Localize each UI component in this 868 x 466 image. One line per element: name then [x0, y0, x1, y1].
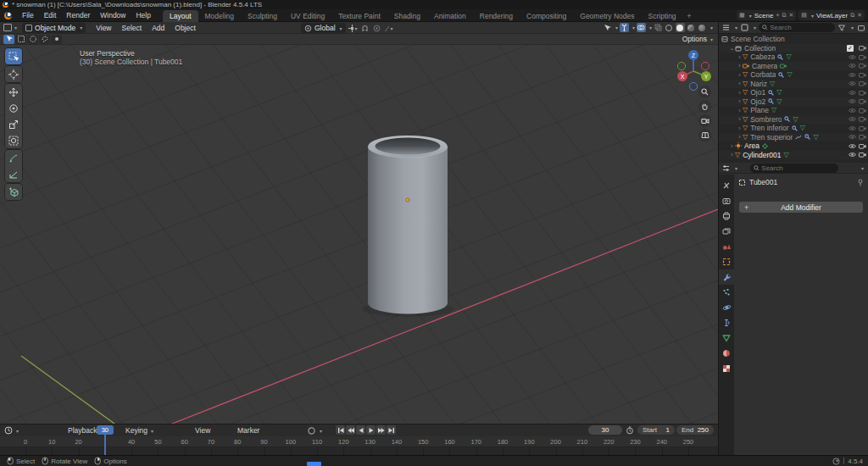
- pin-icon[interactable]: ⌖: [776, 12, 779, 19]
- tool-rotate[interactable]: [5, 100, 22, 116]
- workspace-tab-geometry-nodes[interactable]: Geometry Nodes: [573, 10, 641, 22]
- workspace-tab-compositing[interactable]: Compositing: [520, 10, 573, 22]
- keying-menu[interactable]: Keying▾: [125, 426, 153, 435]
- workspace-tab-sculpting[interactable]: Sculpting: [241, 10, 284, 22]
- frame-end-field[interactable]: End250: [676, 425, 714, 435]
- workspace-tab-texture-paint[interactable]: Texture Paint: [331, 10, 387, 22]
- snap-magnet-icon[interactable]: [360, 24, 370, 33]
- outliner-row-tren-superior[interactable]: ›▽Tren superior▽: [719, 133, 868, 142]
- outliner-row-ojo2[interactable]: ›▽Ojo2▽: [719, 97, 868, 107]
- outliner-search-input[interactable]: [770, 24, 832, 31]
- gizmo-axis-neg-x[interactable]: [701, 62, 709, 69]
- viewport-3d[interactable]: User Perspective (30) Scene Collection |…: [0, 45, 718, 424]
- expand-caret[interactable]: ›: [737, 54, 743, 60]
- properties-options-caret[interactable]: ▾: [861, 165, 864, 171]
- tab-material[interactable]: [719, 346, 734, 361]
- perspective-toggle-icon[interactable]: [698, 129, 711, 141]
- timeline-ruler[interactable]: 0102040506070809010011012013014015016017…: [0, 436, 718, 447]
- tool-transform[interactable]: [5, 132, 22, 148]
- outliner-row-ojo1[interactable]: ›▽Ojo1▽: [719, 88, 868, 97]
- next-keyframe-button[interactable]: [376, 425, 386, 435]
- timeline-editor-type-button[interactable]: ▾: [4, 426, 19, 435]
- view-menu[interactable]: View: [195, 426, 210, 435]
- tool-select-box[interactable]: [5, 48, 22, 64]
- expand-caret[interactable]: ⌄: [729, 45, 735, 52]
- blender-menu-icon[interactable]: [4, 12, 12, 19]
- gizmo-axis-neg-z[interactable]: [689, 82, 697, 90]
- expand-caret[interactable]: ›: [737, 72, 743, 78]
- proportional-edit-icon[interactable]: [372, 24, 381, 33]
- viewport-menu-view[interactable]: View: [91, 24, 116, 32]
- tool-move[interactable]: [5, 84, 22, 100]
- editor-type-button[interactable]: ▾: [3, 24, 17, 31]
- select-box-button[interactable]: [15, 35, 26, 44]
- outliner-display-mode-button[interactable]: [740, 23, 749, 32]
- use-preview-range-toggle[interactable]: [626, 426, 634, 435]
- expand-caret[interactable]: ›: [737, 125, 743, 131]
- current-frame-field[interactable]: 30: [588, 425, 622, 435]
- select-lasso-button[interactable]: [39, 35, 50, 44]
- add-workspace-button[interactable]: +: [683, 10, 696, 22]
- playhead-line[interactable]: [104, 435, 106, 456]
- properties-search[interactable]: [750, 164, 838, 173]
- tab-tool[interactable]: [719, 178, 734, 193]
- outliner-row-collection[interactable]: ⌄Collection✓: [719, 44, 868, 53]
- new-collection-icon[interactable]: [856, 23, 865, 32]
- viewport-menu-select[interactable]: Select: [117, 24, 147, 32]
- tool-scale[interactable]: [5, 116, 22, 132]
- menu-render[interactable]: Render: [61, 11, 95, 19]
- tab-render[interactable]: [719, 193, 734, 208]
- add-modifier-button[interactable]: + Add Modifier: [739, 202, 863, 213]
- properties-search-input[interactable]: [761, 164, 835, 172]
- expand-caret[interactable]: ›: [737, 98, 743, 104]
- expand-caret[interactable]: ›: [737, 134, 743, 140]
- mode-dropdown[interactable]: Object Mode▾: [22, 23, 86, 33]
- workspace-tab-modeling[interactable]: Modeling: [198, 10, 242, 22]
- shading-material-button[interactable]: [687, 23, 696, 32]
- jump-to-end-button[interactable]: [387, 425, 396, 435]
- filter-icon[interactable]: [837, 23, 847, 32]
- falloff-dropdown[interactable]: ▾: [384, 24, 393, 33]
- new-viewlayer-icon[interactable]: ⧉: [850, 12, 854, 19]
- panel-divider[interactable]: [718, 22, 719, 455]
- prev-keyframe-button[interactable]: [346, 425, 355, 435]
- expand-caret[interactable]: ›: [729, 143, 735, 149]
- menu-file[interactable]: File: [17, 11, 39, 19]
- tab-modifiers[interactable]: [719, 269, 734, 285]
- tab-object[interactable]: [719, 254, 734, 269]
- outliner-row-plane[interactable]: ›▽Plane▽: [719, 106, 868, 115]
- shading-wireframe-button[interactable]: [665, 23, 674, 32]
- xray-toggle[interactable]: [654, 23, 663, 32]
- expand-caret[interactable]: ›: [729, 152, 735, 158]
- workspace-tab-uv-editing[interactable]: UV Editing: [284, 10, 331, 22]
- object-visibility-dropdown[interactable]: [603, 23, 612, 32]
- transform-orientation-dropdown[interactable]: Global▾: [301, 23, 346, 33]
- outliner-editor-type-button[interactable]: [721, 23, 731, 32]
- auto-keying-toggle[interactable]: ▾: [307, 426, 322, 435]
- expand-caret[interactable]: ›: [737, 63, 743, 69]
- outliner-row-cabeza[interactable]: ›▽Cabeza▽: [719, 53, 868, 62]
- viewport-menu-object[interactable]: Object: [170, 24, 201, 32]
- shading-solid-button[interactable]: [676, 23, 685, 32]
- options-dropdown[interactable]: Options▾: [682, 35, 713, 43]
- shading-rendered-button[interactable]: [698, 23, 707, 32]
- active-object-name[interactable]: Tube001: [749, 178, 777, 186]
- workspace-tab-animation[interactable]: Animation: [427, 10, 473, 22]
- cylinder-object[interactable]: [0, 45, 718, 424]
- workspace-tab-layout[interactable]: Layout: [163, 10, 198, 22]
- tool-measure[interactable]: [5, 166, 22, 182]
- pin-icon[interactable]: [857, 179, 864, 186]
- zoom-view-icon[interactable]: [698, 86, 711, 98]
- viewport-menu-add[interactable]: Add: [147, 24, 170, 32]
- tab-output[interactable]: [719, 208, 734, 224]
- snap-target-dropdown[interactable]: ▾: [348, 24, 358, 33]
- outliner-row-tren-inferior[interactable]: ›▽Tren inferior▽: [719, 124, 868, 133]
- properties-editor-type-button[interactable]: [721, 164, 731, 173]
- scene-selector[interactable]: ▦▾ Scene ⌖ ⧉ ✕: [737, 10, 796, 20]
- outliner-row-camera[interactable]: ›Camera: [719, 62, 868, 71]
- tool-add-primitive[interactable]: [5, 184, 22, 200]
- expand-caret[interactable]: ›: [737, 90, 743, 96]
- menu-edit[interactable]: Edit: [39, 11, 62, 19]
- tab-view-layer[interactable]: [719, 224, 734, 239]
- gizmos-toggle[interactable]: [620, 23, 629, 32]
